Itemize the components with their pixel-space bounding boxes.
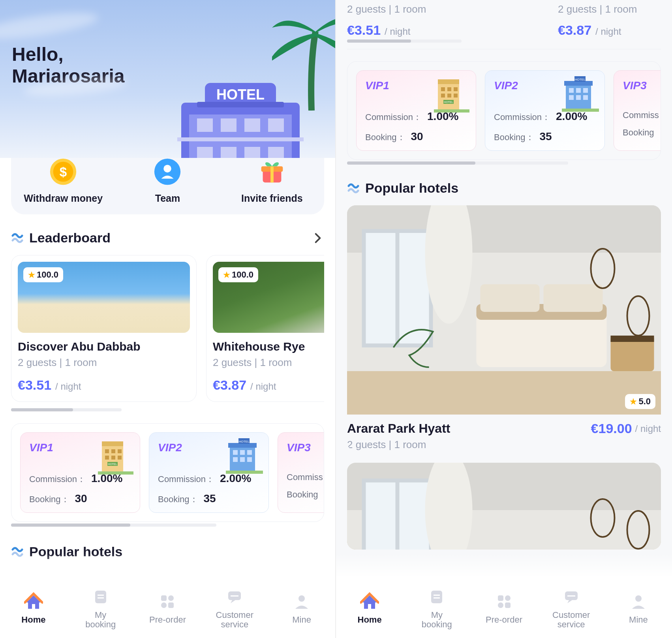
- scrollbar-thumb[interactable]: [11, 524, 130, 527]
- svg-rect-81: [400, 233, 429, 343]
- vip-hotel-icon: HOTEL: [430, 71, 473, 115]
- vip-booking-value: 35: [540, 130, 552, 143]
- tab-my-booking[interactable]: Mybooking: [67, 577, 134, 638]
- leaderboard-card[interactable]: ★100.0 Discover Abu Dabbab 2 guests | 1 …: [11, 255, 197, 402]
- tab-mine[interactable]: Mine: [268, 577, 335, 638]
- svg-rect-85: [481, 284, 540, 312]
- scrollbar-thumb[interactable]: [347, 161, 475, 165]
- price-per: / night: [595, 26, 621, 37]
- popular-hotel-card[interactable]: ★5.0 Ararat Park Hyatt €19.00 / night 2 …: [347, 205, 661, 451]
- svg-rect-51: [168, 602, 174, 608]
- svg-rect-7: [197, 147, 213, 158]
- tabbar: Home Mybooking Pre-order Customerservice…: [336, 577, 672, 638]
- rating-badge: ★100.0: [218, 267, 258, 282]
- vip-strip[interactable]: VIP1 HOTEL Commission：1.00% Booking：30 V…: [11, 423, 324, 522]
- svg-rect-76: [562, 109, 599, 112]
- svg-rect-43: [226, 471, 263, 474]
- vip-booking-row: Booking：35: [158, 492, 260, 505]
- scrollbar-thumb[interactable]: [347, 39, 411, 43]
- tab-my-booking[interactable]: Mybooking: [403, 577, 470, 638]
- user-icon: [627, 591, 649, 613]
- chat-icon: [560, 586, 582, 608]
- screen-left: Hello, Mariarosaria HOTEL $ Wit: [0, 0, 336, 638]
- price-value: €3.87: [213, 377, 246, 393]
- leaderboard-scrollbar[interactable]: [11, 408, 122, 411]
- scrollbar-track[interactable]: [347, 39, 462, 43]
- leaderboard-card[interactable]: ★100.0 Whitehouse Rye 2 guests | 1 room …: [206, 255, 324, 402]
- vip-commission-label: Commission：: [494, 111, 550, 123]
- vip-booking-row: Booking：35: [494, 130, 596, 143]
- tab-preorder[interactable]: Pre-order: [134, 577, 201, 638]
- invite-button[interactable]: Invite friends: [220, 156, 324, 204]
- vip-card[interactable]: VIP2 HOTEL Commission：2.00% Booking：35: [485, 70, 605, 151]
- svg-rect-39: [247, 450, 252, 455]
- svg-rect-58: [441, 87, 445, 91]
- vip-commission-label: Commiss: [623, 110, 659, 120]
- price-value: €3.87: [558, 23, 591, 38]
- svg-point-54: [298, 595, 305, 602]
- tab-label: Home: [358, 615, 382, 625]
- hotel-illustration: HOTEL: [158, 55, 323, 158]
- grid-icon: [493, 591, 515, 613]
- vip-booking-row: Booking: [623, 128, 660, 138]
- svg-rect-46: [98, 595, 104, 596]
- vip-strip[interactable]: VIP1 HOTEL Commission：1.00% Booking：30 V…: [347, 61, 661, 160]
- grid-icon: [156, 591, 178, 613]
- scrollbar-thumb[interactable]: [11, 408, 73, 411]
- person-icon: [152, 156, 183, 187]
- svg-point-97: [425, 463, 473, 550]
- svg-rect-88: [611, 336, 654, 342]
- vip-card[interactable]: VIP3 Commiss Booking: [278, 432, 324, 513]
- svg-rect-50: [161, 602, 167, 608]
- svg-rect-80: [366, 233, 396, 343]
- vip-card[interactable]: VIP1 HOTEL Commission：1.00% Booking：30: [356, 70, 476, 151]
- document-icon: [426, 586, 448, 608]
- team-button[interactable]: Team: [115, 156, 220, 204]
- vip-title: VIP3: [623, 79, 660, 92]
- vip-card[interactable]: VIP3 Commiss Booking: [614, 70, 661, 151]
- svg-rect-72: [583, 88, 588, 93]
- house-icon: [23, 591, 45, 613]
- svg-rect-27: [118, 449, 122, 453]
- svg-rect-74: [576, 95, 581, 100]
- vip-title: VIP3: [287, 441, 324, 454]
- rating-value: 100.0: [232, 270, 253, 280]
- popular-hotel-card-peek[interactable]: [347, 463, 661, 550]
- leaderboard-card-tail[interactable]: 2 guests | 1 room €3.51 / night: [347, 0, 541, 38]
- vip-commission-row: Commiss: [623, 110, 660, 120]
- squiggle-icon: [347, 182, 360, 195]
- leaderboard-scroll-cont[interactable]: 2 guests | 1 room €3.51 / night 2 guests…: [347, 0, 661, 38]
- tab-home[interactable]: Home: [336, 577, 403, 638]
- svg-rect-8: [221, 147, 237, 158]
- vip-card[interactable]: VIP2 HOTEL Commission：2.00% Booking：35: [149, 432, 269, 513]
- room-illustration: [347, 463, 661, 550]
- tab-home[interactable]: Home: [0, 577, 67, 638]
- tab-customer-service[interactable]: Customerservice: [538, 577, 605, 638]
- svg-rect-104: [498, 595, 503, 601]
- leaderboard-card-tail[interactable]: 2 guests | 1 room €3.87 / night: [558, 0, 661, 38]
- price-value: €3.51: [18, 377, 51, 393]
- tab-preorder[interactable]: Pre-order: [470, 577, 537, 638]
- vip-scrollbar[interactable]: [11, 524, 216, 527]
- vip-scrollbar[interactable]: [347, 161, 568, 165]
- vip-commission-row: Commiss: [287, 472, 324, 482]
- withdraw-button[interactable]: $ Withdraw money: [11, 156, 115, 204]
- hotel-sub: 2 guests | 1 room: [213, 357, 324, 369]
- vip-commission-label: Commiss: [287, 472, 323, 482]
- svg-rect-75: [583, 95, 588, 100]
- vip-card[interactable]: VIP1 HOTEL Commission：1.00% Booking：30: [20, 432, 140, 513]
- svg-rect-45: [95, 591, 106, 603]
- user-icon: [291, 591, 313, 613]
- tab-customer-service[interactable]: Customerservice: [201, 577, 268, 638]
- vip-hotel-icon: HOTEL: [94, 433, 137, 477]
- svg-rect-5: [244, 118, 260, 132]
- svg-rect-53: [231, 595, 238, 597]
- leaderboard-scroll[interactable]: ★100.0 Discover Abu Dabbab 2 guests | 1 …: [11, 255, 324, 407]
- svg-rect-49: [168, 595, 174, 601]
- document-icon: [90, 586, 112, 608]
- price-row: €3.87 / night: [558, 23, 661, 38]
- svg-rect-21: [270, 166, 274, 182]
- tab-mine[interactable]: Mine: [605, 577, 672, 638]
- leaderboard-header[interactable]: Leaderboard: [11, 230, 324, 246]
- tab-label: Mine: [292, 615, 311, 625]
